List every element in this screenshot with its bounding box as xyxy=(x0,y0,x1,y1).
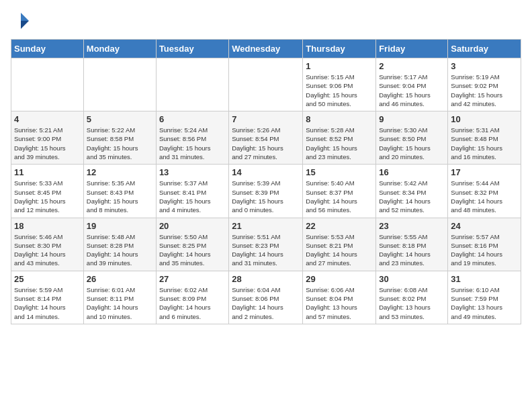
day-number: 10 xyxy=(451,114,518,124)
calendar-cell: 28Sunrise: 6:04 AM Sunset: 8:06 PM Dayli… xyxy=(229,271,303,324)
calendar-cell xyxy=(229,58,303,111)
day-number: 18 xyxy=(14,221,81,231)
calendar-cell: 15Sunrise: 5:40 AM Sunset: 8:37 PM Dayli… xyxy=(303,165,376,218)
day-header-friday: Friday xyxy=(376,40,448,58)
day-info: Sunrise: 5:50 AM Sunset: 8:25 PM Dayligh… xyxy=(159,232,226,268)
day-header-saturday: Saturday xyxy=(448,40,521,58)
calendar-week-1: 1Sunrise: 5:15 AM Sunset: 9:06 PM Daylig… xyxy=(11,58,521,111)
calendar-cell: 21Sunrise: 5:51 AM Sunset: 8:23 PM Dayli… xyxy=(229,218,303,271)
calendar-week-2: 4Sunrise: 5:21 AM Sunset: 9:00 PM Daylig… xyxy=(11,111,521,165)
logo xyxy=(11,11,34,31)
day-number: 20 xyxy=(159,221,226,231)
day-info: Sunrise: 5:55 AM Sunset: 8:18 PM Dayligh… xyxy=(379,232,445,268)
calendar-cell: 19Sunrise: 5:48 AM Sunset: 8:28 PM Dayli… xyxy=(83,218,156,271)
day-number: 1 xyxy=(306,61,373,71)
day-info: Sunrise: 5:35 AM Sunset: 8:43 PM Dayligh… xyxy=(87,179,153,214)
calendar-header-row: SundayMondayTuesdayWednesdayThursdayFrid… xyxy=(11,40,521,58)
day-info: Sunrise: 5:40 AM Sunset: 8:37 PM Dayligh… xyxy=(306,179,373,214)
day-number: 6 xyxy=(159,114,226,124)
logo-icon xyxy=(11,11,31,31)
day-info: Sunrise: 5:30 AM Sunset: 8:50 PM Dayligh… xyxy=(379,126,445,161)
day-info: Sunrise: 5:59 AM Sunset: 8:14 PM Dayligh… xyxy=(14,285,81,321)
calendar-cell xyxy=(83,58,156,111)
day-header-monday: Monday xyxy=(83,40,156,58)
calendar-table: SundayMondayTuesdayWednesdayThursdayFrid… xyxy=(11,39,521,324)
calendar-cell: 30Sunrise: 6:08 AM Sunset: 8:02 PM Dayli… xyxy=(376,271,448,324)
calendar-week-5: 25Sunrise: 5:59 AM Sunset: 8:14 PM Dayli… xyxy=(11,271,521,324)
day-header-tuesday: Tuesday xyxy=(156,40,228,58)
calendar-cell xyxy=(11,58,84,111)
day-number: 25 xyxy=(14,274,81,284)
day-number: 7 xyxy=(232,114,300,124)
day-number: 2 xyxy=(379,61,445,71)
day-info: Sunrise: 6:01 AM Sunset: 8:11 PM Dayligh… xyxy=(87,285,153,321)
day-number: 11 xyxy=(14,167,81,177)
calendar-cell: 17Sunrise: 5:44 AM Sunset: 8:32 PM Dayli… xyxy=(448,165,521,218)
day-number: 5 xyxy=(87,114,153,124)
day-number: 23 xyxy=(379,221,445,231)
day-number: 29 xyxy=(306,274,373,284)
day-number: 27 xyxy=(159,274,226,284)
calendar-cell: 27Sunrise: 6:02 AM Sunset: 8:09 PM Dayli… xyxy=(156,271,228,324)
day-number: 19 xyxy=(87,221,153,231)
day-number: 13 xyxy=(159,167,226,177)
day-header-wednesday: Wednesday xyxy=(229,40,303,58)
calendar-cell: 1Sunrise: 5:15 AM Sunset: 9:06 PM Daylig… xyxy=(303,58,376,111)
day-number: 24 xyxy=(451,221,518,231)
day-info: Sunrise: 5:15 AM Sunset: 9:06 PM Dayligh… xyxy=(306,73,373,108)
day-info: Sunrise: 5:33 AM Sunset: 8:45 PM Dayligh… xyxy=(14,179,81,214)
calendar-cell: 3Sunrise: 5:19 AM Sunset: 9:02 PM Daylig… xyxy=(448,58,521,111)
day-info: Sunrise: 5:21 AM Sunset: 9:00 PM Dayligh… xyxy=(14,126,81,161)
calendar-cell: 5Sunrise: 5:22 AM Sunset: 8:58 PM Daylig… xyxy=(83,111,156,165)
calendar-cell: 26Sunrise: 6:01 AM Sunset: 8:11 PM Dayli… xyxy=(83,271,156,324)
day-info: Sunrise: 5:17 AM Sunset: 9:04 PM Dayligh… xyxy=(379,73,445,108)
calendar-cell: 12Sunrise: 5:35 AM Sunset: 8:43 PM Dayli… xyxy=(83,165,156,218)
day-number: 12 xyxy=(87,167,153,177)
calendar-cell: 31Sunrise: 6:10 AM Sunset: 7:59 PM Dayli… xyxy=(448,271,521,324)
calendar-cell: 24Sunrise: 5:57 AM Sunset: 8:16 PM Dayli… xyxy=(448,218,521,271)
day-info: Sunrise: 5:24 AM Sunset: 8:56 PM Dayligh… xyxy=(159,126,226,161)
calendar-cell: 25Sunrise: 5:59 AM Sunset: 8:14 PM Dayli… xyxy=(11,271,84,324)
day-info: Sunrise: 6:08 AM Sunset: 8:02 PM Dayligh… xyxy=(379,285,445,321)
calendar-cell: 18Sunrise: 5:46 AM Sunset: 8:30 PM Dayli… xyxy=(11,218,84,271)
calendar-week-4: 18Sunrise: 5:46 AM Sunset: 8:30 PM Dayli… xyxy=(11,218,521,271)
calendar-cell: 14Sunrise: 5:39 AM Sunset: 8:39 PM Dayli… xyxy=(229,165,303,218)
day-number: 3 xyxy=(451,61,518,71)
day-number: 14 xyxy=(232,167,300,177)
day-info: Sunrise: 5:44 AM Sunset: 8:32 PM Dayligh… xyxy=(451,179,518,214)
svg-marker-1 xyxy=(21,21,29,29)
day-info: Sunrise: 5:37 AM Sunset: 8:41 PM Dayligh… xyxy=(159,179,226,214)
day-info: Sunrise: 5:57 AM Sunset: 8:16 PM Dayligh… xyxy=(451,232,518,268)
calendar-cell: 9Sunrise: 5:30 AM Sunset: 8:50 PM Daylig… xyxy=(376,111,448,165)
day-info: Sunrise: 5:26 AM Sunset: 8:54 PM Dayligh… xyxy=(232,126,300,161)
day-number: 28 xyxy=(232,274,300,284)
day-number: 16 xyxy=(379,167,445,177)
calendar-cell: 7Sunrise: 5:26 AM Sunset: 8:54 PM Daylig… xyxy=(229,111,303,165)
calendar-cell: 13Sunrise: 5:37 AM Sunset: 8:41 PM Dayli… xyxy=(156,165,228,218)
page-header xyxy=(11,11,521,31)
calendar-week-3: 11Sunrise: 5:33 AM Sunset: 8:45 PM Dayli… xyxy=(11,165,521,218)
calendar-cell: 29Sunrise: 6:06 AM Sunset: 8:04 PM Dayli… xyxy=(303,271,376,324)
day-number: 17 xyxy=(451,167,518,177)
day-number: 26 xyxy=(87,274,153,284)
day-info: Sunrise: 5:42 AM Sunset: 8:34 PM Dayligh… xyxy=(379,179,445,214)
day-number: 30 xyxy=(379,274,445,284)
day-number: 22 xyxy=(306,221,373,231)
day-info: Sunrise: 6:06 AM Sunset: 8:04 PM Dayligh… xyxy=(306,285,373,321)
calendar-cell: 2Sunrise: 5:17 AM Sunset: 9:04 PM Daylig… xyxy=(376,58,448,111)
day-info: Sunrise: 5:22 AM Sunset: 8:58 PM Dayligh… xyxy=(87,126,153,161)
day-info: Sunrise: 5:53 AM Sunset: 8:21 PM Dayligh… xyxy=(306,232,373,268)
calendar-cell: 20Sunrise: 5:50 AM Sunset: 8:25 PM Dayli… xyxy=(156,218,228,271)
day-info: Sunrise: 6:04 AM Sunset: 8:06 PM Dayligh… xyxy=(232,285,300,321)
day-number: 8 xyxy=(306,114,373,124)
calendar-cell: 11Sunrise: 5:33 AM Sunset: 8:45 PM Dayli… xyxy=(11,165,84,218)
calendar-cell: 6Sunrise: 5:24 AM Sunset: 8:56 PM Daylig… xyxy=(156,111,228,165)
calendar-cell: 4Sunrise: 5:21 AM Sunset: 9:00 PM Daylig… xyxy=(11,111,84,165)
day-info: Sunrise: 6:10 AM Sunset: 7:59 PM Dayligh… xyxy=(451,285,518,321)
day-info: Sunrise: 5:19 AM Sunset: 9:02 PM Dayligh… xyxy=(451,73,518,108)
day-number: 31 xyxy=(451,274,518,284)
day-number: 15 xyxy=(306,167,373,177)
day-number: 4 xyxy=(14,114,81,124)
day-info: Sunrise: 5:46 AM Sunset: 8:30 PM Dayligh… xyxy=(14,232,81,268)
day-number: 21 xyxy=(232,221,300,231)
